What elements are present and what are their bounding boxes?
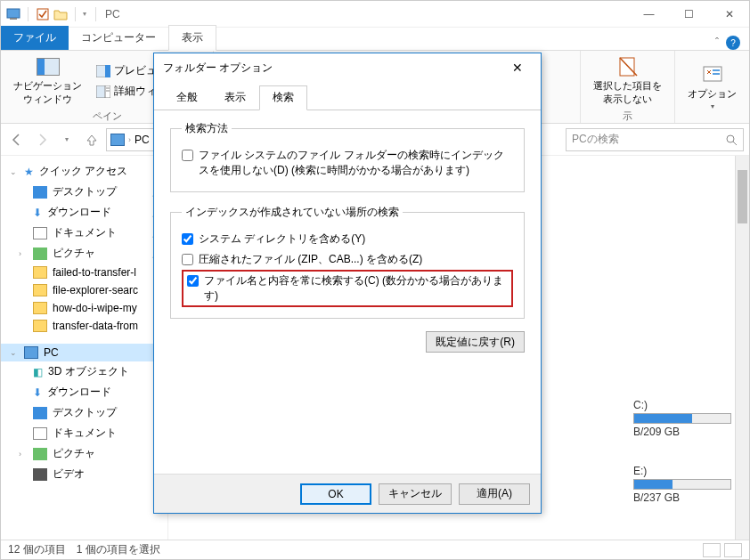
cube-icon: ◧ (33, 366, 43, 378)
sidebar-label: failed-to-transfer-l (53, 266, 136, 279)
reset-defaults-button[interactable]: 既定値に戻す(R) (426, 331, 525, 353)
sidebar-item-videos[interactable]: ビデオ (1, 464, 167, 484)
tab-search[interactable]: 検索 (259, 85, 307, 110)
sidebar-item-pc[interactable]: ⌄ PC (1, 344, 167, 361)
folder-icon (33, 302, 47, 314)
breadcrumb-pc[interactable]: PC (135, 134, 150, 146)
drive-c[interactable]: C:) B/209 GB (633, 399, 731, 438)
dialog-titlebar: フォルダー オプション ✕ (154, 53, 541, 82)
view-details-button[interactable] (703, 543, 721, 557)
options-button[interactable]: オプション ▾ (682, 62, 742, 112)
tab-view[interactable]: 表示 (168, 25, 216, 51)
cancel-button[interactable]: キャンセル (379, 483, 452, 505)
folder-icon (33, 266, 47, 279)
hide-selected-button[interactable]: 選択した項目を 表示しない (588, 54, 667, 108)
svg-line-14 (733, 142, 737, 145)
tab-view[interactable]: 表示 (211, 85, 259, 110)
maximize-button[interactable]: ☐ (669, 1, 709, 28)
status-bar: 12 個の項目 1 個の項目を選択 (1, 540, 749, 559)
sidebar-label: ビデオ (53, 467, 85, 482)
help-icon[interactable]: ? (726, 36, 740, 50)
tab-general[interactable]: 全般 (163, 85, 211, 110)
sidebar-label: 3D オブジェクト (48, 364, 129, 379)
scrollbar-thumb[interactable] (738, 170, 747, 223)
dialog-title: フォルダー オプション (163, 61, 273, 76)
navigation-pane-label: ナビゲーション ウィンドウ (13, 79, 82, 106)
close-button[interactable]: ✕ (709, 1, 749, 28)
checkbox-compressed[interactable]: 圧縮されたファイル (ZIP、CAB...) を含める(Z) (182, 249, 513, 270)
folder-icon (33, 284, 47, 296)
sidebar-label: ドキュメント (53, 225, 117, 240)
scrollbar[interactable] (735, 156, 749, 540)
sidebar-item-pictures[interactable]: ›ピクチャ (1, 443, 167, 464)
options-label: オプション (688, 87, 737, 101)
apply-button[interactable]: 適用(A) (459, 483, 530, 505)
tree-view[interactable]: ⌄ ★ クイック アクセス デスクトップ📌 ⬇ダウンロード📌 ドキュメント📌 ›… (1, 156, 168, 540)
svg-rect-1 (10, 18, 17, 20)
drive-e-label: E:) (633, 465, 731, 477)
non-indexed-legend: インデックスが作成されていない場所の検索 (182, 205, 403, 220)
drive-c-label: C:) (633, 399, 731, 411)
ok-button[interactable]: OK (300, 483, 371, 505)
checkbox-icon[interactable] (36, 7, 50, 21)
sidebar-item-folder[interactable]: file-explorer-searc (1, 281, 167, 299)
checkbox-always-search-contents[interactable]: ファイル名と内容を常に検索する(C) (数分かかる場合があります) (182, 270, 513, 307)
minimize-button[interactable]: — (629, 1, 669, 28)
checkbox-input[interactable] (182, 254, 193, 265)
star-icon: ★ (24, 166, 34, 178)
drive-c-size: B/209 GB (633, 426, 731, 438)
dialog-body: 検索方法 ファイル システムのファイル フォルダーの検索時にインデックスを使用し… (154, 110, 541, 474)
search-box[interactable]: PCの検索 (566, 128, 744, 151)
svg-rect-0 (7, 9, 20, 18)
sidebar-item-3d-objects[interactable]: ◧3D オブジェクト (1, 361, 167, 382)
navigation-pane-button[interactable]: ナビゲーション ウィンドウ (8, 54, 87, 108)
sidebar-item-desktop[interactable]: デスクトップ📌 (1, 182, 167, 202)
sidebar-item-desktop[interactable]: デスクトップ (1, 402, 167, 423)
folder-icon (33, 320, 47, 332)
checkbox-input[interactable] (187, 275, 199, 287)
dialog-close-button[interactable]: ✕ (503, 56, 532, 79)
svg-rect-2 (37, 9, 48, 20)
checkbox-system-dirs[interactable]: システム ディレクトリを含める(Y) (182, 229, 513, 249)
hide-selected-label: 選択した項目を 表示しない (593, 79, 662, 106)
drive-e[interactable]: E:) B/237 GB (633, 465, 731, 504)
qat-dropdown-icon[interactable]: ▾ (83, 10, 86, 18)
checkbox-input[interactable] (182, 233, 193, 245)
folder-icon[interactable] (53, 7, 68, 21)
collapse-ribbon-icon[interactable]: ˆ (715, 37, 719, 49)
svg-rect-11 (713, 69, 720, 71)
titlebar: ▾ PC — ☐ ✕ (1, 1, 749, 28)
sidebar-item-documents[interactable]: ドキュメント📌 (1, 223, 167, 243)
window-title: PC (105, 8, 120, 20)
history-dropdown-icon[interactable]: ▾ (56, 129, 77, 150)
sidebar-item-downloads[interactable]: ⬇ダウンロード (1, 382, 167, 402)
dialog-tabs: 全般 表示 検索 (154, 82, 541, 110)
sidebar-item-folder[interactable]: how-do-i-wipe-my (1, 299, 167, 317)
sidebar-label: how-do-i-wipe-my (53, 302, 137, 314)
forward-button[interactable] (31, 129, 53, 150)
sidebar-item-documents[interactable]: ドキュメント (1, 423, 167, 443)
status-items: 12 個の項目 (8, 542, 66, 557)
dropdown-icon: ▾ (711, 102, 714, 110)
back-button[interactable] (6, 129, 28, 150)
sidebar-item-folder[interactable]: transfer-data-from (1, 317, 167, 335)
pc-icon (110, 134, 125, 146)
desktop-icon (33, 186, 47, 199)
sidebar-item-quick-access[interactable]: ⌄ ★ クイック アクセス (1, 161, 167, 182)
up-button[interactable] (81, 129, 102, 150)
tab-file[interactable]: ファイル (1, 26, 69, 50)
svg-point-13 (727, 135, 734, 142)
checkbox-no-index[interactable]: ファイル システムのファイル フォルダーの検索時にインデックスを使用しない(D)… (182, 145, 513, 181)
tab-computer[interactable]: コンピューター (69, 26, 168, 50)
search-icon (725, 134, 738, 146)
sidebar-item-downloads[interactable]: ⬇ダウンロード📌 (1, 202, 167, 223)
sidebar-item-pictures[interactable]: ›ピクチャ📌 (1, 243, 167, 264)
checkbox-label: ファイル名と内容を常に検索する(C) (数分かかる場合があります) (204, 273, 508, 304)
checkbox-input[interactable] (182, 150, 193, 161)
sidebar-label: ピクチャ (53, 246, 95, 261)
sidebar-label: PC (44, 346, 59, 359)
document-icon (33, 427, 47, 440)
view-icons-button[interactable] (724, 543, 742, 557)
sidebar-label: ダウンロード (47, 205, 111, 220)
sidebar-item-folder[interactable]: failed-to-transfer-l (1, 264, 167, 281)
